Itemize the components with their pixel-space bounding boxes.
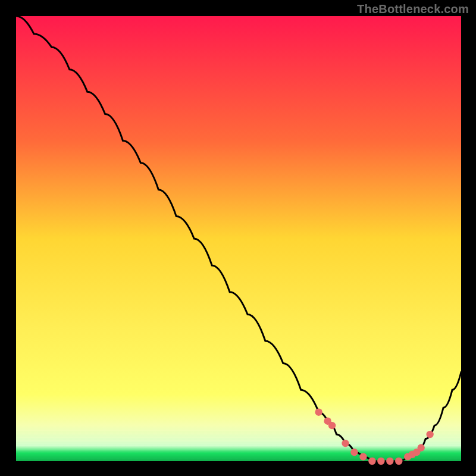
- gradient-stripe: [16, 442, 461, 443]
- gradient-stripe: [16, 446, 461, 447]
- marker-point: [426, 431, 433, 438]
- gradient-stripe: [16, 449, 461, 450]
- gradient-stripe: [16, 456, 461, 457]
- marker-point: [342, 440, 349, 447]
- marker-point: [350, 449, 358, 456]
- gradient-stripe: [16, 451, 461, 452]
- chart-frame: TheBottleneck.com: [0, 0, 476, 476]
- gradient-stripe: [16, 452, 461, 453]
- gradient-stripe: [16, 430, 461, 431]
- gradient-stripe: [16, 444, 461, 445]
- gradient-stripe: [16, 440, 461, 441]
- bottleneck-chart: [0, 0, 476, 476]
- gradient-stripe: [16, 458, 461, 459]
- marker-point: [377, 458, 384, 465]
- gradient-stripe: [16, 454, 461, 455]
- marker-point: [417, 444, 424, 451]
- gradient-stripe: [16, 459, 461, 461]
- gradient-stripe: [16, 447, 461, 449]
- gradient-stripe: [16, 435, 461, 436]
- gradient-stripe: [16, 433, 461, 434]
- gradient-stripe: [16, 432, 461, 433]
- marker-point: [328, 422, 336, 429]
- marker-point: [368, 458, 375, 465]
- marker-point: [315, 409, 322, 416]
- marker-point: [359, 453, 367, 460]
- marker-point: [395, 458, 402, 465]
- marker-point: [386, 458, 393, 465]
- gradient-stripe: [16, 437, 461, 438]
- gradient-stripe: [16, 439, 461, 440]
